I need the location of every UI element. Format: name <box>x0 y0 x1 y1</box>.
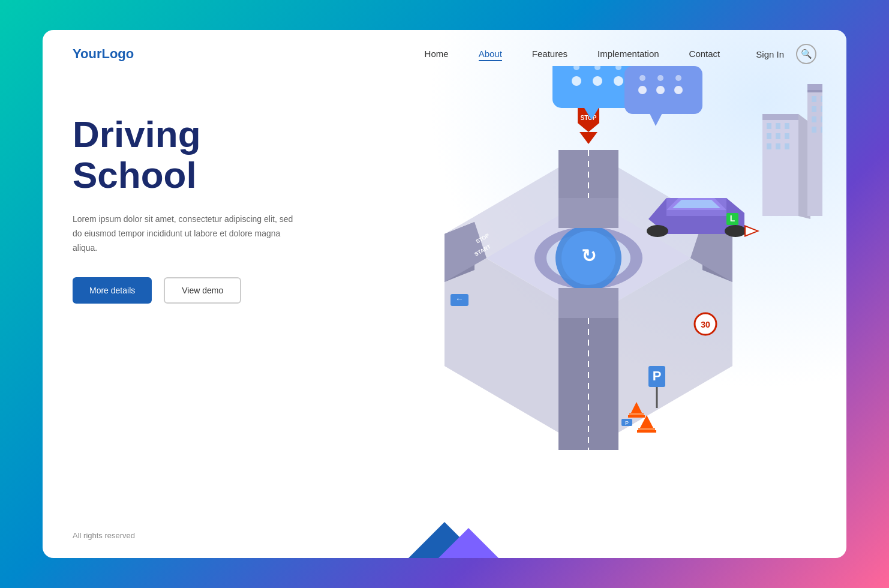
svg-point-43 <box>647 225 668 237</box>
svg-rect-68 <box>821 106 822 112</box>
hero-left: Driving School Lorem ipsum dolor sit ame… <box>73 78 325 558</box>
nav-link-features[interactable]: Features <box>532 49 567 59</box>
navbar: YourLogo Home About Features Implementat… <box>43 30 846 78</box>
search-button[interactable]: 🔍 <box>796 44 816 64</box>
svg-text:L: L <box>730 214 735 223</box>
svg-marker-19 <box>579 132 597 144</box>
svg-rect-71 <box>821 116 822 122</box>
triangle-purple <box>439 528 498 558</box>
more-details-button[interactable]: More details <box>73 277 152 304</box>
svg-point-88 <box>656 86 665 94</box>
nav-item-about[interactable]: About <box>479 49 502 59</box>
svg-rect-65 <box>821 96 822 102</box>
svg-rect-54 <box>767 133 771 139</box>
svg-rect-52 <box>776 123 780 129</box>
svg-rect-67 <box>812 106 816 112</box>
svg-rect-58 <box>776 143 780 149</box>
svg-rect-63 <box>807 90 822 92</box>
svg-point-87 <box>638 86 647 94</box>
svg-text:P: P <box>653 368 662 383</box>
svg-rect-50 <box>762 114 798 120</box>
nav-link-home[interactable]: Home <box>425 49 449 59</box>
svg-rect-73 <box>812 127 816 133</box>
search-icon: 🔍 <box>801 49 812 59</box>
svg-point-44 <box>725 225 746 237</box>
nav-item-features[interactable]: Features <box>532 49 567 59</box>
svg-text:P: P <box>625 420 629 426</box>
svg-text:↻: ↻ <box>581 246 596 266</box>
svg-rect-61 <box>807 84 822 216</box>
nav-item-implementation[interactable]: Implementation <box>597 49 659 59</box>
view-demo-button[interactable]: View demo <box>164 277 241 304</box>
svg-rect-70 <box>812 116 816 122</box>
svg-point-89 <box>674 86 683 94</box>
svg-rect-33 <box>628 415 645 418</box>
svg-marker-86 <box>648 111 663 126</box>
driving-school-illustration: ↻ STOP START <box>355 66 822 558</box>
svg-marker-17 <box>558 198 618 228</box>
page-card: YourLogo Home About Features Implementat… <box>43 30 846 558</box>
nav-link-contact[interactable]: Contact <box>689 49 720 59</box>
nav-item-home[interactable]: Home <box>425 49 449 59</box>
svg-rect-36 <box>637 430 656 433</box>
hero-description: Lorem ipsum dolor sit amet, consectetur … <box>73 212 301 255</box>
svg-text:←: ← <box>455 294 464 304</box>
sign-in-link[interactable]: Sign In <box>756 49 784 59</box>
cta-buttons: More details View demo <box>73 277 325 304</box>
svg-rect-59 <box>785 143 789 149</box>
nav-item-contact[interactable]: Contact <box>689 49 720 59</box>
hero-title: Driving School <box>73 114 325 196</box>
main-content: Driving School Lorem ipsum dolor sit ame… <box>43 78 846 558</box>
svg-rect-74 <box>821 127 822 133</box>
nav-link-implementation[interactable]: Implementation <box>597 49 659 59</box>
svg-rect-64 <box>812 96 816 102</box>
svg-rect-56 <box>785 133 789 139</box>
svg-rect-53 <box>785 123 789 129</box>
hero-illustration: ↻ STOP START <box>325 78 816 558</box>
logo: YourLogo <box>73 46 134 62</box>
nav-link-about[interactable]: About <box>479 49 502 61</box>
nav-links: Home About Features Implementation Conta… <box>425 49 720 59</box>
svg-rect-55 <box>776 133 780 139</box>
svg-rect-49 <box>762 114 798 216</box>
svg-text:30: 30 <box>701 320 710 329</box>
svg-rect-57 <box>767 143 771 149</box>
bottom-decoration <box>385 522 504 558</box>
nav-right: Sign In 🔍 <box>756 44 816 64</box>
svg-text:STOP: STOP <box>580 115 596 121</box>
svg-marker-18 <box>558 288 618 318</box>
svg-rect-51 <box>767 123 771 129</box>
